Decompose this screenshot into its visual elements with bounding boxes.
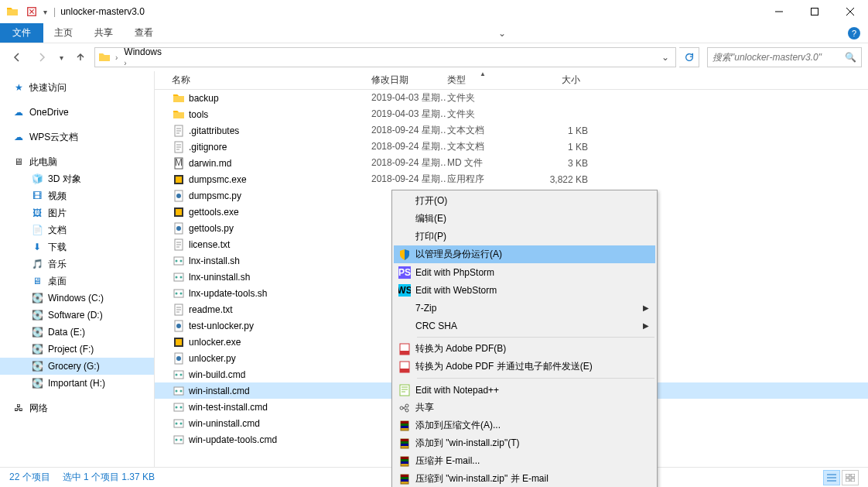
help-button[interactable]: ? [840, 23, 868, 43]
menu-item[interactable]: 压缩并 E-mail... [394, 452, 655, 470]
sidebar-quick-access[interactable]: ★快速访问 [0, 79, 154, 96]
menu-item[interactable]: WSEdit with WebStorm [394, 281, 655, 299]
file-size: 1 KB [537, 125, 588, 136]
forward-button[interactable] [31, 46, 53, 68]
menu-item[interactable]: 以管理员身份运行(A) [394, 245, 655, 263]
refresh-button[interactable] [679, 47, 699, 67]
file-icon [172, 287, 186, 300]
menu-item[interactable]: 转换为 Adobe PDF(B) [394, 340, 655, 358]
svg-point-36 [180, 389, 183, 392]
address-bar[interactable]: › 此电脑›Grocery (G:)›Windows›黑苹果Mac OS X 1… [94, 47, 676, 67]
search-icon[interactable]: 🔍 [845, 52, 856, 63]
menu-item[interactable]: PSEdit with PhpStorm [394, 263, 655, 281]
sidebar-item[interactable]: 💽Data (E:) [0, 324, 154, 341]
drive-icon: 💽 [31, 309, 43, 321]
file-name: gettools.exe [189, 207, 371, 218]
menu-item[interactable]: 编辑(E) [394, 210, 655, 228]
menu-item[interactable]: 7-Zip▶ [394, 299, 655, 317]
tab-view[interactable]: 查看 [124, 23, 164, 43]
svg-rect-47 [851, 474, 855, 477]
menu-item[interactable]: CRC SHA▶ [394, 317, 655, 334]
sidebar-wps[interactable]: ☁WPS云文档 [0, 129, 154, 146]
sidebar-item[interactable]: 💽Windows (C:) [0, 290, 154, 307]
col-name[interactable]: 名称 [172, 74, 371, 87]
menu-item[interactable]: 压缩到 "win-install.zip" 并 E-mail [394, 470, 655, 487]
view-large-button[interactable] [842, 470, 859, 485]
menu-item[interactable]: 添加到压缩文件(A)... [394, 417, 655, 434]
col-date[interactable]: 修改日期 [371, 74, 447, 87]
menu-item[interactable]: Edit with Notepad++ [394, 381, 655, 399]
svg-rect-58 [400, 385, 409, 396]
sidebar-item[interactable]: 💽Grocery (G:) [0, 358, 154, 375]
column-headers[interactable]: 名称 ▲ 修改日期 类型 大小 [155, 71, 868, 90]
file-row[interactable]: backup 2019-04-03 星期… 文件夹 [155, 90, 868, 106]
sidebar-item[interactable]: 🧊3D 对象 [0, 170, 154, 187]
file-row[interactable]: .gitattributes 2018-09-24 星期… 文本文档 1 KB [155, 122, 868, 139]
sidebar-item[interactable]: 🎵音乐 [0, 256, 154, 273]
file-icon [172, 401, 186, 413]
address-dropdown-icon[interactable]: ⌄ [657, 52, 674, 63]
sidebar-item-label: 桌面 [48, 275, 67, 288]
menu-item[interactable]: 添加到 "win-install.zip"(T) [394, 434, 655, 452]
minimize-button[interactable] [761, 0, 797, 23]
sidebar-item-label: 下载 [48, 241, 67, 254]
menu-item[interactable]: 打开(O) [394, 192, 655, 210]
sidebar-thispc[interactable]: 🖥此电脑 [0, 153, 154, 170]
up-button[interactable] [70, 46, 91, 68]
sidebar-item[interactable]: 📄文档 [0, 221, 154, 238]
menu-item[interactable]: 转换为 Adobe PDF 并通过电子邮件发送(E) [394, 358, 655, 376]
file-type: 文件夹 [447, 108, 537, 121]
tab-home[interactable]: 主页 [43, 23, 84, 43]
file-row[interactable]: M darwin.md 2018-09-24 星期… MD 文件 3 KB [155, 155, 868, 171]
file-icon [172, 385, 186, 397]
svg-text:PS: PS [398, 267, 411, 278]
sidebar-item[interactable]: 🎞视频 [0, 187, 154, 204]
maximize-button[interactable] [797, 0, 832, 23]
menu-item-label: 打开(O) [415, 194, 637, 207]
sidebar-item[interactable]: 💽Project (F:) [0, 341, 154, 358]
svg-point-19 [176, 276, 178, 278]
sort-indicator-icon: ▲ [480, 70, 486, 77]
chevron-right-icon[interactable]: › [112, 53, 121, 62]
menu-item-icon [394, 455, 415, 468]
sidebar-item[interactable]: ⬇下载 [0, 238, 154, 256]
file-name: license.txt [189, 239, 371, 250]
file-name: readme.txt [189, 304, 371, 315]
svg-rect-74 [401, 479, 408, 482]
view-details-button[interactable] [823, 470, 840, 485]
drive-icon: 🎵 [31, 258, 43, 270]
col-type[interactable]: 类型 [447, 74, 537, 87]
qat-chevron-icon[interactable]: ▾ [42, 6, 49, 18]
file-name: dumpsmc.py [189, 190, 371, 201]
sidebar-item[interactable]: 💽Important (H:) [0, 375, 154, 392]
file-row[interactable]: .gitignore 2018-09-24 星期… 文本文档 1 KB [155, 139, 868, 155]
close-button[interactable] [832, 0, 868, 23]
tab-share[interactable]: 共享 [84, 23, 124, 43]
svg-point-39 [180, 406, 183, 408]
menu-item[interactable]: 共享 [394, 399, 655, 417]
menu-item-label: 转换为 Adobe PDF 并通过电子邮件发送(E) [415, 360, 637, 373]
search-input[interactable] [713, 52, 845, 63]
menu-item[interactable]: 打印(P) [394, 228, 655, 245]
file-icon [172, 125, 186, 137]
drive-icon: 🎞 [31, 190, 43, 202]
sidebar-item[interactable]: 🖥桌面 [0, 273, 154, 290]
sidebar-network[interactable]: 🖧网络 [0, 400, 154, 417]
chevron-right-icon[interactable]: › [121, 59, 129, 67]
svg-point-45 [180, 438, 183, 441]
search-box[interactable]: 🔍 [707, 47, 862, 67]
drive-icon: 🖼 [31, 207, 43, 219]
breadcrumb-item[interactable]: Windows [121, 47, 343, 57]
file-row[interactable]: dumpsmc.exe 2018-09-24 星期… 应用程序 3,822 KB [155, 171, 868, 187]
menu-item-label: 共享 [415, 401, 637, 414]
col-size[interactable]: 大小 [537, 74, 588, 87]
sidebar-item[interactable]: 🖼图片 [0, 204, 154, 221]
qat-properties-icon[interactable] [23, 5, 40, 19]
sidebar-item[interactable]: 💽Software (D:) [0, 307, 154, 324]
back-button[interactable] [6, 46, 28, 68]
sidebar-onedrive[interactable]: ☁OneDrive [0, 104, 154, 121]
recent-dropdown[interactable]: ▾ [56, 46, 67, 68]
ribbon-expand-icon[interactable]: ⌄ [490, 23, 514, 43]
file-row[interactable]: tools 2019-04-03 星期… 文件夹 [155, 106, 868, 122]
tab-file[interactable]: 文件 [0, 23, 43, 43]
